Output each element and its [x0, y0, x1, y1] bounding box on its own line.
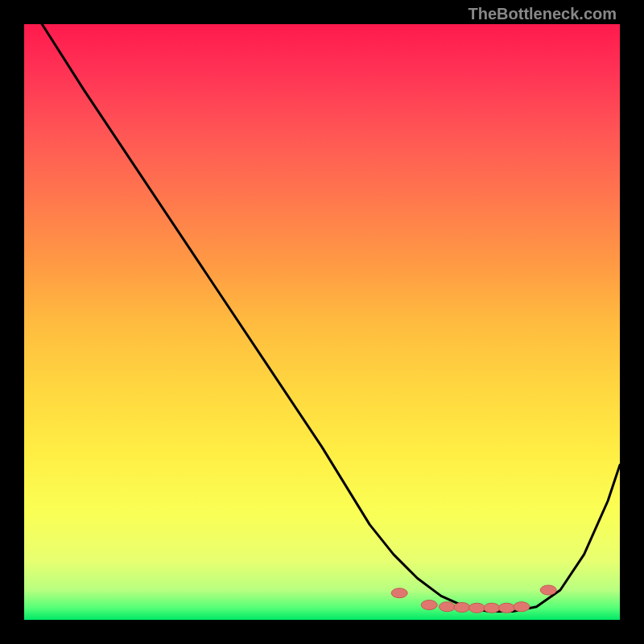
chart-svg — [24, 24, 620, 620]
chart-container: TheBottleneck.com — [0, 0, 644, 644]
svg-point-1 — [421, 601, 437, 610]
svg-point-6 — [498, 603, 514, 613]
watermark-text: TheBottleneck.com — [469, 5, 617, 23]
curve-markers — [391, 585, 556, 613]
svg-point-2 — [439, 602, 455, 612]
plot-area — [24, 24, 620, 620]
svg-point-5 — [484, 603, 500, 613]
svg-point-7 — [514, 602, 530, 612]
curve-line — [42, 24, 620, 612]
svg-point-8 — [540, 585, 556, 595]
svg-point-0 — [391, 588, 407, 598]
svg-point-4 — [469, 603, 485, 613]
svg-point-3 — [454, 603, 470, 613]
